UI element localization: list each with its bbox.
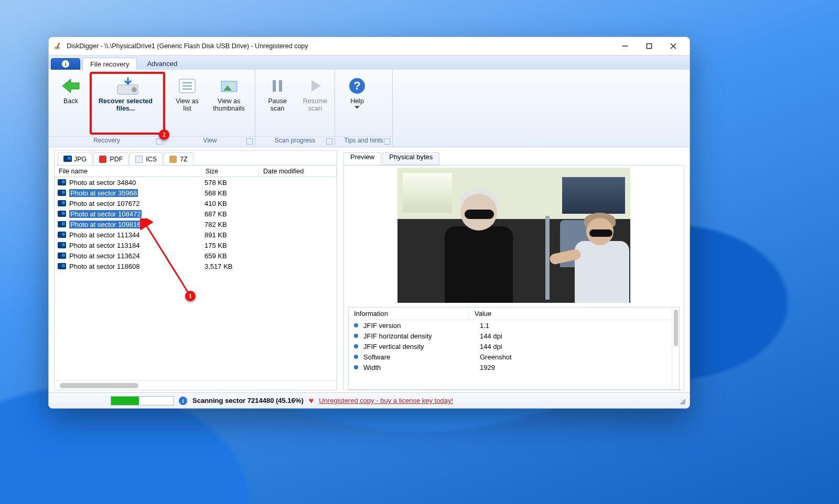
file-row[interactable]: Photo at sector 107672410 KB: [55, 198, 337, 209]
col-modified[interactable]: Date modified: [259, 168, 337, 175]
file-size: 410 KB: [201, 200, 259, 207]
file-name: Photo at sector 107672: [69, 200, 139, 207]
file-list-header: File name Size Date modified: [55, 166, 337, 177]
close-button[interactable]: [661, 38, 685, 54]
back-button[interactable]: Back: [52, 73, 90, 107]
list-icon: [178, 78, 196, 94]
pause-scan-button[interactable]: Pause scan: [259, 73, 296, 115]
info-value: 1929: [475, 364, 495, 371]
filetype-tab-pdf[interactable]: PDF: [93, 152, 128, 165]
info-row: JFIF horizontal density144 dpi: [349, 331, 672, 341]
svg-marker-6: [62, 79, 79, 93]
file-size: 782 KB: [201, 221, 259, 228]
help-label: Help: [350, 97, 364, 105]
info-rows: JFIF version1.1JFIF horizontal density14…: [349, 320, 672, 372]
restore-drive-icon: [113, 75, 138, 96]
tab-strip: i File recovery Advanced: [49, 55, 690, 70]
recover-button[interactable]: Recover selected files...: [90, 73, 162, 115]
file-row[interactable]: Photo at sector 34840578 KB: [55, 177, 337, 188]
filetype-tab-ics[interactable]: ICS: [130, 152, 163, 165]
file-list-hscrollbar[interactable]: [55, 380, 337, 390]
info-col-information[interactable]: Information: [349, 310, 469, 317]
file-name: Photo at sector 35968: [69, 189, 138, 197]
photo-icon: [58, 242, 66, 248]
info-value: 144 dpi: [475, 343, 502, 350]
tab-file-recovery[interactable]: File recovery: [82, 58, 137, 70]
info-value: 1.1: [475, 322, 489, 330]
preview-pane: Preview Physical bytes Information Value: [343, 150, 684, 390]
group-tips-expand-icon[interactable]: [384, 138, 390, 145]
photo-icon: [58, 200, 66, 206]
group-view-expand-icon[interactable]: [246, 138, 253, 145]
annotation-badge-2: 2: [159, 129, 169, 140]
group-scan-label: Scan progress: [275, 137, 315, 144]
bullet-icon: [354, 344, 358, 348]
tab-info[interactable]: i: [51, 58, 80, 70]
file-size: 3,517 KB: [201, 262, 259, 270]
filetype-pdf-label: PDF: [110, 156, 123, 163]
col-size[interactable]: Size: [201, 168, 259, 175]
resume-label: Resume scan: [301, 97, 329, 112]
preview-image: [397, 168, 630, 303]
file-row[interactable]: Photo at sector 108472687 KB: [55, 209, 337, 219]
file-row[interactable]: Photo at sector 1186083,517 KB: [55, 261, 337, 271]
file-name: Photo at sector 113184: [69, 242, 139, 249]
svg-rect-17: [279, 80, 282, 92]
view-list-button[interactable]: View as list: [168, 73, 206, 115]
view-thumbnails-label: View as thumbnails: [211, 97, 247, 112]
file-list[interactable]: Photo at sector 34840578 KBPhoto at sect…: [55, 177, 337, 380]
photo-icon: [58, 211, 66, 217]
svg-point-8: [132, 87, 137, 92]
jpg-icon: [63, 156, 71, 163]
maximize-button[interactable]: [637, 38, 661, 54]
info-value: 144 dpi: [475, 332, 502, 340]
view-thumbnails-button[interactable]: View as thumbnails: [206, 73, 252, 115]
scan-progress-bar: [111, 396, 174, 406]
tab-advanced[interactable]: Advanced: [139, 57, 185, 70]
info-key: JFIF vertical density: [363, 343, 475, 350]
preview-tab-bytes[interactable]: Physical bytes: [382, 152, 439, 165]
col-filename[interactable]: File name: [55, 168, 201, 175]
info-vscrollbar[interactable]: [672, 308, 679, 389]
filetype-tab-jpg[interactable]: JPG: [58, 152, 92, 165]
filetype-ics-label: ICS: [146, 156, 157, 163]
file-row[interactable]: Photo at sector 109816782 KB: [55, 219, 337, 229]
app-window: DiskDigger - \\.\PhysicalDrive1 (Generic…: [48, 37, 690, 409]
file-name: Photo at sector 118608: [69, 262, 139, 270]
info-row: JFIF vertical density144 dpi: [349, 341, 672, 352]
svg-marker-18: [311, 80, 321, 92]
file-name: Photo at sector 34840: [69, 179, 136, 187]
group-tips-label: Tips and hints: [344, 137, 383, 144]
7z-icon: [169, 156, 177, 163]
filetype-tab-7z[interactable]: 7Z: [164, 152, 193, 165]
back-arrow-icon: [60, 77, 81, 95]
resize-grip[interactable]: [678, 397, 685, 404]
pause-label: Pause scan: [263, 97, 292, 112]
status-text: Scanning sector 7214480 (45.16%): [192, 397, 304, 404]
file-name: Photo at sector 108472: [69, 210, 142, 218]
preview-tab-preview[interactable]: Preview: [343, 152, 381, 165]
buy-license-link[interactable]: Unregistered copy - buy a license key to…: [319, 397, 453, 404]
info-col-value[interactable]: Value: [469, 310, 672, 317]
file-row[interactable]: Photo at sector 111344891 KB: [55, 229, 337, 240]
info-icon: i: [62, 60, 69, 68]
preview-tab-preview-label: Preview: [350, 153, 374, 161]
file-name: Photo at sector 111344: [69, 231, 139, 239]
file-size: 659 KB: [201, 252, 259, 260]
file-row[interactable]: Photo at sector 35968568 KB: [55, 188, 337, 198]
view-list-label: View as list: [173, 97, 201, 112]
file-list-pane: JPG PDF ICS 7Z File name Size Date modif…: [54, 150, 337, 390]
resume-scan-button: Resume scan: [296, 73, 334, 115]
minimize-button[interactable]: [613, 38, 637, 54]
file-size: 891 KB: [201, 231, 259, 239]
file-row[interactable]: Photo at sector 113624659 KB: [55, 250, 337, 261]
group-scan-expand-icon[interactable]: [326, 138, 332, 145]
help-button[interactable]: ? Help: [338, 73, 376, 112]
info-key: Software: [363, 353, 475, 361]
info-row: SoftwareGreenshot: [349, 352, 672, 362]
info-key: JFIF version: [363, 322, 475, 330]
status-bar: i Scanning sector 7214480 (45.16%) ♥ Unr…: [49, 392, 690, 408]
filetype-7z-label: 7Z: [180, 156, 188, 163]
file-row[interactable]: Photo at sector 113184175 KB: [55, 240, 337, 250]
window-title: DiskDigger - \\.\PhysicalDrive1 (Generic…: [67, 42, 308, 50]
